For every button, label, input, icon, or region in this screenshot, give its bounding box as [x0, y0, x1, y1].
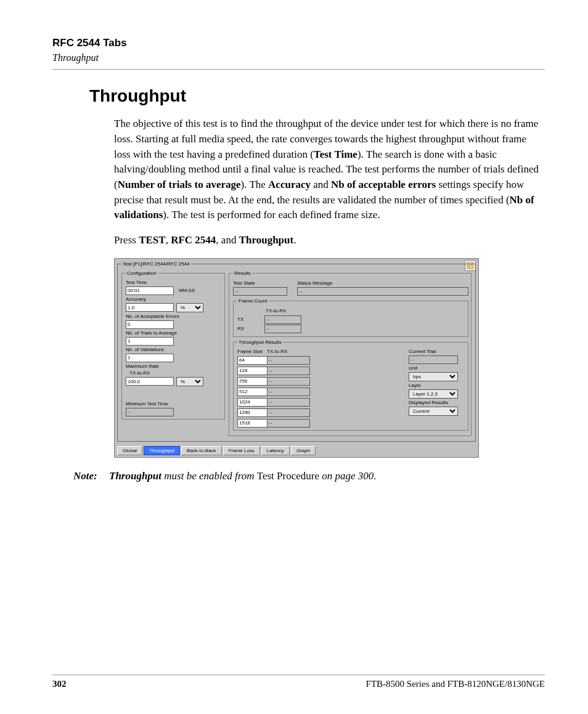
frame-size-4[interactable] [237, 398, 268, 407]
txrx-header: TX-to-RX [267, 349, 310, 354]
thr-value-5: -- [267, 408, 310, 417]
throughput-results-group: Throughput Results Frame Size TX-to-RX -… [233, 339, 468, 431]
test-time-input[interactable] [126, 286, 174, 295]
rx-label: RX [237, 326, 262, 331]
min-test-time-value: -- [126, 408, 174, 416]
current-trial-value: -- [409, 355, 458, 364]
frame-size-1[interactable] [237, 367, 268, 375]
frame-size-2[interactable] [237, 377, 268, 386]
thr-value-1: -- [267, 367, 310, 375]
thr-value-6: -- [267, 419, 310, 428]
page-footer: 302 FTB-8500 Series and FTB-8120NGE/8130… [52, 675, 545, 689]
thr-value-3: -- [267, 387, 310, 396]
note-label: Note: [73, 469, 109, 484]
unit-label: Unit [409, 365, 465, 371]
thr-value-4: -- [267, 398, 310, 407]
frame-size-header: Frame Size [237, 349, 264, 354]
window-legend: Test [P1]/RFC 2544/RFC 2544 [121, 261, 191, 267]
mmss-label: MM:SS [179, 288, 195, 293]
displayed-results-label: Displayed Results [409, 400, 465, 405]
nb-errors-label: Nb. of Acceptable Errors [126, 314, 222, 319]
accuracy-label: Accuracy [126, 296, 222, 302]
test-state-label: Test State [233, 280, 287, 286]
unit-select[interactable]: bps [409, 372, 458, 381]
page-number: 302 [52, 679, 67, 689]
accuracy-input[interactable] [126, 303, 174, 312]
tab-global[interactable]: Global [117, 446, 142, 455]
tab-frame-loss[interactable]: Frame Loss [223, 446, 260, 455]
tab-bar: Global Throughput Back-to-Back Frame Los… [115, 444, 478, 457]
frame-count-group: Frame Count TX-to-RX TX-- RX-- [233, 298, 468, 337]
app-screenshot: Test [P1]/RFC 2544/RFC 2544 Configuratio… [114, 258, 479, 458]
frame-size-6[interactable] [237, 419, 268, 428]
min-test-time-label: Minimum Test Time [126, 401, 222, 407]
tab-latency[interactable]: Latency [261, 446, 290, 455]
page-title: Throughput [89, 87, 545, 106]
configuration-group: Configuration Test Time MM:SS Accuracy %… [121, 270, 225, 420]
txrx-sublabel: TX-to-RX [129, 370, 222, 376]
running-header: RFC 2544 Tabs Throughput [52, 37, 545, 64]
nb-trials-label: Nb. of Trials to Average [126, 330, 222, 336]
tab-throughput[interactable]: Throughput [144, 446, 180, 455]
nb-valid-label: Nb. of Validations [126, 347, 222, 352]
results-group: Results Test State -- Status Message -- [229, 270, 472, 436]
status-message-value: -- [297, 287, 468, 296]
test-state-value: -- [233, 287, 287, 296]
body-paragraph-2: Press TEST, RFC 2544, and Throughput. [114, 233, 539, 248]
frame-size-0[interactable] [237, 356, 268, 365]
current-trial-label: Current Trial [409, 349, 465, 354]
max-rate-label: Maximum Rate [126, 363, 222, 369]
tx-value: -- [264, 315, 301, 324]
test-time-label: Test Time [126, 280, 222, 285]
accuracy-unit-select[interactable]: % [176, 303, 203, 312]
test-window: Test [P1]/RFC 2544/RFC 2544 Configuratio… [117, 261, 476, 442]
header-rule [52, 69, 545, 70]
tab-back-to-back[interactable]: Back-to-Back [181, 446, 222, 455]
note: Note: Throughput must be enabled from Te… [73, 469, 545, 484]
nb-trials-input[interactable] [126, 337, 174, 346]
displayed-results-select[interactable]: Current [409, 407, 458, 416]
frame-size-3[interactable] [237, 387, 268, 396]
max-rate-unit-select[interactable]: % [176, 377, 203, 386]
frame-size-5[interactable] [237, 408, 268, 417]
nb-valid-input[interactable] [126, 354, 174, 362]
layer-label: Layer [409, 383, 465, 388]
chapter-title: RFC 2544 Tabs [52, 37, 545, 49]
thr-value-0: -- [267, 356, 310, 365]
document-id: FTB-8500 Series and FTB-8120NGE/8130NGE [366, 679, 545, 689]
max-rate-input[interactable] [126, 377, 174, 386]
rx-value: -- [264, 325, 301, 333]
nb-errors-input[interactable] [126, 320, 174, 329]
footer-rule [52, 675, 545, 675]
layer-select[interactable]: Layer 1,2,3 [409, 389, 458, 399]
tab-graph[interactable]: Graph [291, 446, 316, 455]
section-title: Throughput [52, 52, 545, 63]
throughput-table: Frame Size TX-to-RX -- -- -- -- -- -- -- [237, 349, 310, 428]
body-paragraph-1: The objective of this test is to find th… [114, 116, 539, 222]
note-text: Throughput must be enabled from Test Pro… [109, 469, 377, 484]
thr-value-2: -- [267, 377, 310, 386]
tx-label: TX [237, 317, 262, 322]
status-message-label: Status Message [297, 280, 468, 286]
